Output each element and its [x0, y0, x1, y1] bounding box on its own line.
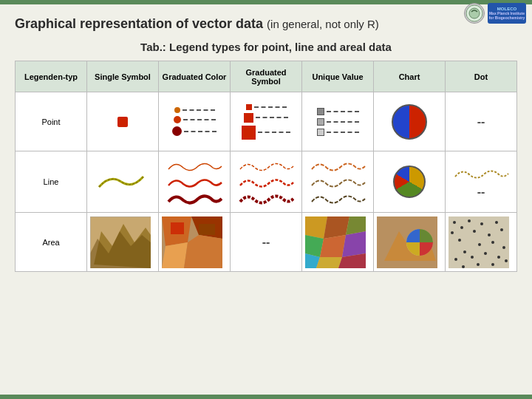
cell-line-gc [159, 151, 231, 213]
svg-point-48 [462, 265, 465, 268]
point-dot-inner: -- [449, 95, 514, 148]
svg-point-49 [491, 263, 494, 266]
pie-chart-point [392, 104, 427, 140]
gc-row-2 [174, 116, 216, 123]
point-chart-inner [377, 95, 442, 148]
gc-dash-2 [183, 119, 216, 120]
cell-area-dot [446, 213, 517, 272]
area-gc-svg [162, 216, 222, 268]
gs-row-3 [242, 126, 290, 140]
gs-dash-2 [256, 117, 288, 118]
cell-line-dot: -- [446, 151, 517, 213]
line-uv-wave-3 [310, 190, 366, 206]
svg-point-38 [500, 228, 503, 231]
point-gs-inner [233, 95, 299, 148]
uv-dash-2 [327, 121, 359, 123]
legend-table: Legenden-typ Single Symbol Graduated Col… [15, 61, 517, 272]
line-chart-inner [377, 154, 442, 209]
svg-marker-22 [316, 257, 342, 268]
gs-sq-3 [242, 126, 256, 140]
logo-rect: MOLECO Max Planck Institute for Biogeoch… [488, 3, 526, 24]
uv-sq-2 [317, 118, 324, 126]
cell-area-chart [374, 213, 446, 272]
svg-point-46 [505, 259, 508, 262]
line-gs-wave-3 [239, 190, 294, 206]
gc-dot-2 [174, 116, 181, 123]
svg-point-47 [477, 263, 480, 266]
cell-point-chart [374, 92, 446, 151]
area-dot-svg [449, 216, 509, 268]
area-uv-thumb [304, 216, 366, 269]
svg-point-28 [453, 221, 456, 224]
line-gs-wave-1 [239, 157, 294, 174]
gc-dot-1 [174, 107, 180, 113]
table-row: Area [16, 213, 517, 272]
line-gs-wave [233, 154, 299, 209]
line-uv-wave [305, 154, 370, 209]
gc-row-3 [172, 126, 216, 136]
col-header-5: Chart [374, 61, 446, 92]
area-single-thumb [89, 216, 151, 269]
gs-dash-1 [254, 106, 287, 108]
table-row: Line [16, 151, 517, 213]
area-gc-thumb [160, 216, 223, 269]
cell-point-gc [159, 92, 231, 151]
row-label-point: Point [16, 92, 87, 151]
col-header-1: Single Symbol [87, 61, 159, 92]
pie-chart-line [393, 166, 426, 198]
svg-point-30 [451, 231, 454, 234]
line-gc-wave-3 [167, 190, 222, 206]
svg-point-31 [468, 219, 471, 222]
row-label-line: Line [16, 151, 87, 213]
cell-line-chart [374, 151, 446, 213]
uv-row-1 [317, 108, 359, 115]
gs-row-2 [244, 113, 288, 123]
title-bold: Graphical representation of vector data [15, 16, 263, 31]
cell-line-single [87, 151, 159, 213]
uv-dash-1 [327, 111, 359, 112]
gc-row-1 [174, 107, 215, 113]
main-content: Graphical representation of vector data … [0, 9, 532, 279]
point-uv-inner [305, 95, 370, 148]
line-gs-wave-2 [239, 174, 294, 190]
svg-point-36 [478, 243, 481, 246]
cell-line-gs [231, 151, 302, 213]
col-header-6: Dot [446, 61, 517, 92]
svg-point-33 [458, 239, 461, 242]
area-uv-svg [305, 216, 366, 268]
cell-point-single [87, 92, 159, 151]
cell-point-gs [231, 92, 302, 151]
svg-point-34 [480, 222, 483, 225]
line-uv-wave-1 [310, 157, 366, 174]
svg-point-41 [463, 250, 466, 253]
gs-sq-1 [246, 104, 252, 110]
point-gc-inner [162, 95, 227, 148]
area-chart-svg [377, 216, 437, 268]
svg-point-43 [471, 256, 474, 259]
svg-point-44 [484, 252, 487, 255]
gs-dash-3 [258, 132, 290, 133]
uv-sq-3 [317, 129, 324, 136]
svg-point-37 [495, 221, 498, 224]
cell-area-gs: -- [231, 213, 302, 272]
line-single-svg [95, 171, 151, 193]
logo-area: MOLECO Max Planck Institute for Biogeoch… [464, 3, 526, 24]
bottom-bar [0, 395, 532, 399]
svg-rect-13 [199, 224, 215, 235]
uv-sq-1 [317, 108, 324, 115]
page-title: Graphical representation of vector data … [15, 16, 517, 32]
top-bar [0, 0, 532, 4]
svg-point-42 [454, 258, 457, 261]
svg-marker-10 [162, 242, 188, 268]
svg-marker-15 [305, 216, 327, 239]
area-dot-thumb [447, 216, 510, 269]
svg-point-35 [488, 233, 491, 236]
gc-dash-1 [183, 109, 215, 111]
gs-sq-2 [244, 113, 253, 123]
logo-circle-left [464, 3, 485, 24]
uv-row-2 [317, 118, 359, 126]
cell-area-single [87, 213, 159, 272]
line-gc-wave [162, 154, 227, 209]
point-single-inner [90, 95, 155, 148]
point-single-dot [117, 117, 128, 127]
